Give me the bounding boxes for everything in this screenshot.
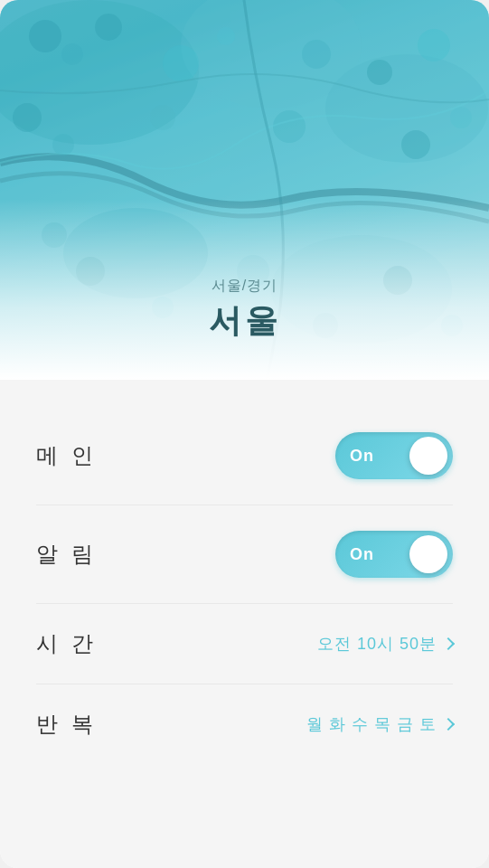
time-value: 오전 10시 50분 (317, 633, 437, 655)
alarm-label: 알 림 (36, 540, 97, 569)
region-label: 서울/경기 (0, 277, 489, 296)
svg-point-10 (217, 27, 235, 45)
settings-panel: 메 인 On 알 림 On 시 간 오전 10시 50분 반 복 (0, 380, 489, 868)
svg-point-17 (273, 110, 306, 143)
svg-point-19 (450, 107, 472, 128)
time-chevron-icon (442, 637, 455, 650)
main-toggle-knob (409, 437, 447, 475)
time-label: 시 간 (36, 629, 97, 658)
repeat-value: 월 화 수 목 금 토 (306, 713, 437, 735)
svg-point-14 (13, 103, 42, 132)
alarm-toggle[interactable]: On (335, 531, 453, 578)
main-toggle[interactable]: On (335, 432, 453, 479)
svg-point-9 (163, 45, 199, 81)
app-container: 서울/경기 서울 메 인 On 알 림 On 시 간 오전 10시 50분 (0, 0, 489, 868)
main-toggle-label: On (350, 447, 374, 466)
repeat-value-container[interactable]: 월 화 수 목 금 토 (306, 713, 453, 735)
svg-point-7 (61, 43, 83, 65)
alarm-toggle-label: On (350, 545, 374, 564)
alarm-setting-row: 알 림 On (36, 505, 453, 604)
time-value-container[interactable]: 오전 10시 50분 (317, 633, 453, 655)
svg-point-11 (302, 40, 331, 69)
svg-point-6 (29, 20, 61, 52)
map-header: 서울/경기 서울 (0, 0, 489, 380)
location-info: 서울/경기 서울 (0, 277, 489, 344)
main-label: 메 인 (36, 441, 97, 470)
main-setting-row: 메 인 On (36, 407, 453, 505)
svg-point-12 (367, 60, 392, 85)
svg-point-13 (418, 29, 450, 61)
svg-point-8 (95, 14, 122, 41)
time-setting-row[interactable]: 시 간 오전 10시 50분 (36, 604, 453, 684)
repeat-label: 반 복 (36, 710, 97, 739)
city-label: 서울 (0, 299, 489, 344)
alarm-toggle-knob (409, 535, 447, 573)
svg-point-18 (401, 130, 430, 159)
repeat-setting-row[interactable]: 반 복 월 화 수 목 금 토 (36, 684, 453, 764)
svg-point-16 (150, 105, 175, 130)
repeat-chevron-icon (442, 718, 455, 731)
svg-point-15 (52, 134, 74, 156)
